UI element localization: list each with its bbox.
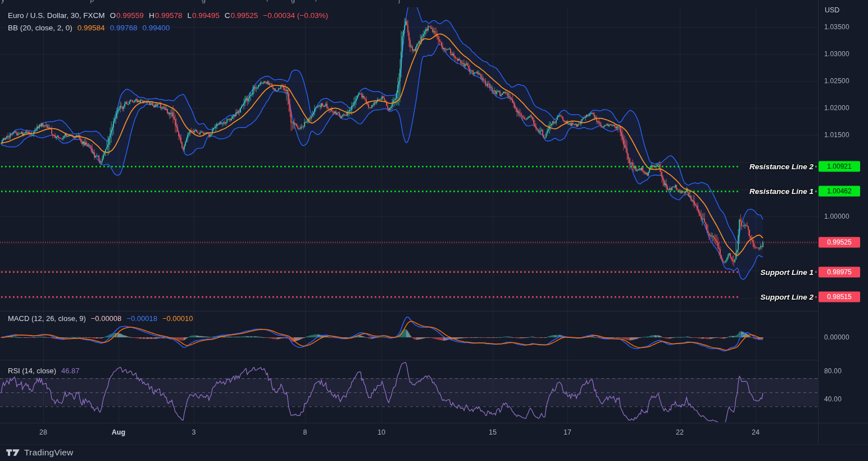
tradingview-brand-text: TradingView <box>24 448 74 458</box>
symbol-legend[interactable]: Euro / U.S. Dollar, 30, FXCM O0.99559 H0… <box>8 11 328 20</box>
support-line-label[interactable]: Support Line 2 <box>761 293 814 301</box>
time-tick: 28 <box>39 428 47 436</box>
rsi-tick: 40.00 <box>824 395 842 403</box>
macd-line-value: −0.00018 <box>126 314 157 323</box>
rsi-legend[interactable]: RSI (14, close) 46.87 <box>8 367 80 375</box>
time-tick: 24 <box>752 428 760 436</box>
time-tick: Aug <box>112 428 125 436</box>
support-line-label[interactable]: Support Line 1 <box>761 268 814 276</box>
clipped-title-strip: y p g / g / j <box>0 0 868 7</box>
bollinger-legend[interactable]: BB (20, close, 2, 0) 0.99584 0.99768 0.9… <box>8 24 170 32</box>
open-value: O0.99559 <box>110 11 144 20</box>
support-axis-label: 0.98515 <box>819 292 860 302</box>
rsi-value: 46.87 <box>61 367 80 375</box>
price-tick: 1.02500 <box>824 77 849 85</box>
rsi-label: RSI (14, close) <box>8 367 56 375</box>
time-tick: 15 <box>489 428 497 436</box>
time-tick: 8 <box>303 428 307 436</box>
currency-label: USD <box>825 6 839 14</box>
macd-legend[interactable]: MACD (12, 26, close, 9) −0.00008 −0.0001… <box>8 314 193 323</box>
chart-canvas[interactable] <box>0 0 868 461</box>
macd-zero-tick: 0.00000 <box>824 333 849 341</box>
tradingview-icon <box>6 448 20 457</box>
close-value: C0.99525 <box>225 11 258 20</box>
price-tick: 1.03500 <box>824 23 849 31</box>
time-tick: 10 <box>378 428 385 436</box>
resistance-axis-label: 1.00462 <box>819 186 860 197</box>
time-tick: 22 <box>676 428 684 436</box>
macd-label: MACD (12, 26, close, 9) <box>8 314 86 323</box>
bollinger-lower-value: 0.99400 <box>142 24 170 32</box>
tradingview-chart-app: y p g / g / j <box>0 0 868 461</box>
time-tick: 3 <box>192 428 196 436</box>
time-scale[interactable]: 28Aug381015172224 <box>0 423 818 444</box>
change-value: −0.00034 (−0.03%) <box>263 11 328 20</box>
bollinger-label: BB (20, close, 2, 0) <box>8 24 72 32</box>
resistance-line-label[interactable]: Resistance Line 1 <box>749 187 814 196</box>
macd-histogram-value: −0.00008 <box>91 314 122 323</box>
price-tick: 1.03000 <box>824 50 849 58</box>
price-scale[interactable]: USD 1.035001.030001.025001.020001.015001… <box>819 0 868 423</box>
price-tick: 1.02000 <box>824 104 849 112</box>
macd-signal-value: −0.00010 <box>162 314 193 323</box>
price-tick: 1.00000 <box>824 213 849 220</box>
low-value: L0.99495 <box>187 11 219 20</box>
support-axis-label: 0.98975 <box>819 266 860 277</box>
resistance-line-label[interactable]: Resistance Line 2 <box>749 162 814 171</box>
price-tick: 1.01500 <box>824 131 849 139</box>
pane-separator-macd[interactable] <box>0 311 818 311</box>
time-tick: 17 <box>563 428 571 436</box>
rsi-tick: 80.00 <box>824 367 842 375</box>
footer-bar: TradingView <box>0 445 868 461</box>
resistance-axis-label: 1.00921 <box>819 161 860 172</box>
symbol-title: Euro / U.S. Dollar, 30, FXCM <box>8 11 105 20</box>
last-price-axis-label: 0.99525 <box>819 237 860 247</box>
high-value: H0.99578 <box>149 11 183 20</box>
tradingview-logo[interactable]: TradingView <box>6 448 74 458</box>
pane-separator-rsi[interactable] <box>0 360 818 360</box>
clipped-title-fragments: y p g / g / j <box>1 0 400 3</box>
bollinger-upper-value: 0.99768 <box>110 24 138 32</box>
bollinger-basis-value: 0.99584 <box>78 24 105 32</box>
